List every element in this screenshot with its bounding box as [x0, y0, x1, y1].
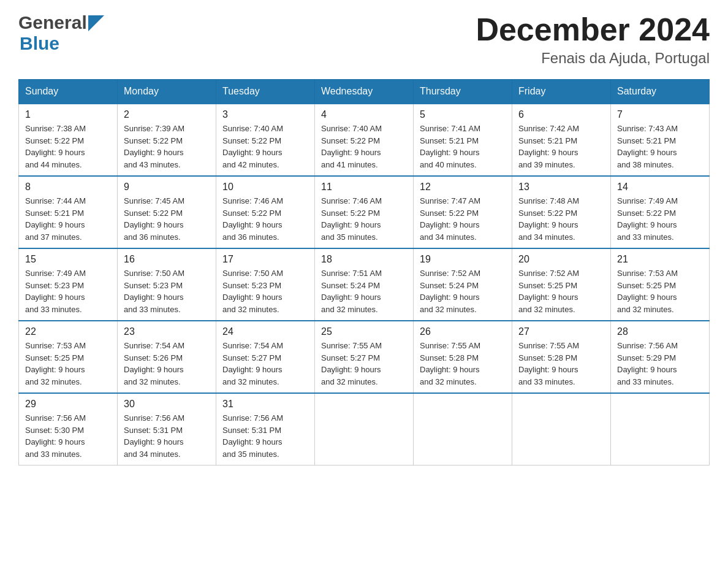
- day-info: Sunrise: 7:47 AMSunset: 5:22 PMDaylight:…: [420, 195, 506, 243]
- day-number: 2: [124, 109, 210, 120]
- calendar-cell: 6Sunrise: 7:42 AMSunset: 5:21 PMDaylight…: [512, 104, 611, 176]
- day-info: Sunrise: 7:41 AMSunset: 5:21 PMDaylight:…: [420, 123, 506, 170]
- calendar-cell: [611, 393, 710, 465]
- day-number: 13: [518, 182, 604, 193]
- calendar-cell: 26Sunrise: 7:55 AMSunset: 5:28 PMDayligh…: [414, 321, 512, 393]
- day-info: Sunrise: 7:50 AMSunset: 5:23 PMDaylight:…: [124, 267, 210, 315]
- day-number: 9: [124, 182, 210, 193]
- day-info: Sunrise: 7:46 AMSunset: 5:22 PMDaylight:…: [222, 195, 308, 243]
- day-number: 26: [420, 326, 506, 337]
- day-info: Sunrise: 7:56 AMSunset: 5:29 PMDaylight:…: [617, 340, 703, 388]
- calendar-week-2: 8Sunrise: 7:44 AMSunset: 5:21 PMDaylight…: [19, 176, 710, 248]
- day-number: 16: [124, 254, 210, 265]
- day-number: 8: [25, 182, 111, 193]
- day-info: Sunrise: 7:40 AMSunset: 5:22 PMDaylight:…: [321, 123, 407, 170]
- day-number: 3: [222, 109, 308, 120]
- day-info: Sunrise: 7:54 AMSunset: 5:26 PMDaylight:…: [124, 340, 210, 388]
- calendar-cell: 19Sunrise: 7:52 AMSunset: 5:24 PMDayligh…: [414, 248, 512, 321]
- day-header-friday: Friday: [512, 80, 611, 104]
- calendar-cell: 29Sunrise: 7:56 AMSunset: 5:30 PMDayligh…: [19, 393, 118, 465]
- day-info: Sunrise: 7:44 AMSunset: 5:21 PMDaylight:…: [25, 195, 111, 243]
- calendar-cell: 9Sunrise: 7:45 AMSunset: 5:22 PMDaylight…: [118, 176, 216, 248]
- day-info: Sunrise: 7:50 AMSunset: 5:23 PMDaylight:…: [222, 267, 308, 315]
- day-number: 6: [518, 109, 604, 120]
- logo-blue-text: Blue: [20, 33, 59, 53]
- day-info: Sunrise: 7:55 AMSunset: 5:28 PMDaylight:…: [518, 340, 604, 388]
- svg-marker-0: [88, 15, 104, 31]
- day-number: 20: [518, 254, 604, 265]
- day-info: Sunrise: 7:56 AMSunset: 5:31 PMDaylight:…: [222, 412, 308, 460]
- day-number: 18: [321, 254, 407, 265]
- day-info: Sunrise: 7:39 AMSunset: 5:22 PMDaylight:…: [124, 123, 210, 170]
- calendar-week-5: 29Sunrise: 7:56 AMSunset: 5:30 PMDayligh…: [19, 393, 710, 465]
- day-number: 24: [222, 326, 308, 337]
- day-number: 22: [25, 326, 111, 337]
- calendar-cell: 18Sunrise: 7:51 AMSunset: 5:24 PMDayligh…: [315, 248, 414, 321]
- title-block: December 2024 Fenais da Ajuda, Portugal: [476, 12, 710, 67]
- calendar-cell: 5Sunrise: 7:41 AMSunset: 5:21 PMDaylight…: [414, 104, 512, 176]
- day-number: 4: [321, 109, 407, 120]
- day-info: Sunrise: 7:40 AMSunset: 5:22 PMDaylight:…: [222, 123, 308, 170]
- calendar-cell: 21Sunrise: 7:53 AMSunset: 5:25 PMDayligh…: [611, 248, 710, 321]
- day-info: Sunrise: 7:49 AMSunset: 5:22 PMDaylight:…: [617, 195, 703, 243]
- day-number: 31: [222, 399, 308, 410]
- page-header: General Blue December 2024 Fenais da Aju…: [18, 12, 710, 67]
- location-title: Fenais da Ajuda, Portugal: [476, 50, 710, 67]
- calendar-cell: 16Sunrise: 7:50 AMSunset: 5:23 PMDayligh…: [118, 248, 216, 321]
- day-info: Sunrise: 7:55 AMSunset: 5:28 PMDaylight:…: [420, 340, 506, 388]
- day-info: Sunrise: 7:43 AMSunset: 5:21 PMDaylight:…: [617, 123, 703, 170]
- calendar-cell: 17Sunrise: 7:50 AMSunset: 5:23 PMDayligh…: [216, 248, 315, 321]
- calendar-week-4: 22Sunrise: 7:53 AMSunset: 5:25 PMDayligh…: [19, 321, 710, 393]
- day-number: 21: [617, 254, 703, 265]
- day-info: Sunrise: 7:51 AMSunset: 5:24 PMDaylight:…: [321, 267, 407, 315]
- calendar-cell: 1Sunrise: 7:38 AMSunset: 5:22 PMDaylight…: [19, 104, 118, 176]
- day-header-monday: Monday: [118, 80, 216, 104]
- day-info: Sunrise: 7:53 AMSunset: 5:25 PMDaylight:…: [617, 267, 703, 315]
- day-header-tuesday: Tuesday: [216, 80, 315, 104]
- calendar-cell: [315, 393, 414, 465]
- day-info: Sunrise: 7:46 AMSunset: 5:22 PMDaylight:…: [321, 195, 407, 243]
- day-number: 28: [617, 326, 703, 337]
- day-info: Sunrise: 7:48 AMSunset: 5:22 PMDaylight:…: [518, 195, 604, 243]
- calendar-cell: 8Sunrise: 7:44 AMSunset: 5:21 PMDaylight…: [19, 176, 118, 248]
- calendar-week-1: 1Sunrise: 7:38 AMSunset: 5:22 PMDaylight…: [19, 104, 710, 176]
- day-header-wednesday: Wednesday: [315, 80, 414, 104]
- logo: General Blue: [18, 12, 104, 54]
- day-number: 27: [518, 326, 604, 337]
- day-number: 15: [25, 254, 111, 265]
- day-info: Sunrise: 7:54 AMSunset: 5:27 PMDaylight:…: [222, 340, 308, 388]
- day-info: Sunrise: 7:42 AMSunset: 5:21 PMDaylight:…: [518, 123, 604, 170]
- calendar-cell: 15Sunrise: 7:49 AMSunset: 5:23 PMDayligh…: [19, 248, 118, 321]
- day-number: 19: [420, 254, 506, 265]
- day-info: Sunrise: 7:52 AMSunset: 5:25 PMDaylight:…: [518, 267, 604, 315]
- day-info: Sunrise: 7:52 AMSunset: 5:24 PMDaylight:…: [420, 267, 506, 315]
- calendar-cell: 13Sunrise: 7:48 AMSunset: 5:22 PMDayligh…: [512, 176, 611, 248]
- day-number: 17: [222, 254, 308, 265]
- calendar-cell: [512, 393, 611, 465]
- day-number: 11: [321, 182, 407, 193]
- day-header-saturday: Saturday: [611, 80, 710, 104]
- day-number: 14: [617, 182, 703, 193]
- calendar-cell: [414, 393, 512, 465]
- day-number: 29: [25, 399, 111, 410]
- day-number: 23: [124, 326, 210, 337]
- day-header-thursday: Thursday: [414, 80, 512, 104]
- calendar-cell: 20Sunrise: 7:52 AMSunset: 5:25 PMDayligh…: [512, 248, 611, 321]
- calendar-cell: 28Sunrise: 7:56 AMSunset: 5:29 PMDayligh…: [611, 321, 710, 393]
- day-number: 30: [124, 399, 210, 410]
- day-info: Sunrise: 7:38 AMSunset: 5:22 PMDaylight:…: [25, 123, 111, 170]
- day-info: Sunrise: 7:53 AMSunset: 5:25 PMDaylight:…: [25, 340, 111, 388]
- day-info: Sunrise: 7:55 AMSunset: 5:27 PMDaylight:…: [321, 340, 407, 388]
- calendar-cell: 22Sunrise: 7:53 AMSunset: 5:25 PMDayligh…: [19, 321, 118, 393]
- calendar-cell: 30Sunrise: 7:56 AMSunset: 5:31 PMDayligh…: [118, 393, 216, 465]
- calendar-cell: 10Sunrise: 7:46 AMSunset: 5:22 PMDayligh…: [216, 176, 315, 248]
- day-info: Sunrise: 7:45 AMSunset: 5:22 PMDaylight:…: [124, 195, 210, 243]
- calendar-cell: 23Sunrise: 7:54 AMSunset: 5:26 PMDayligh…: [118, 321, 216, 393]
- calendar-table: SundayMondayTuesdayWednesdayThursdayFrid…: [18, 79, 710, 465]
- day-info: Sunrise: 7:56 AMSunset: 5:31 PMDaylight:…: [124, 412, 210, 460]
- day-number: 5: [420, 109, 506, 120]
- day-number: 25: [321, 326, 407, 337]
- calendar-cell: 27Sunrise: 7:55 AMSunset: 5:28 PMDayligh…: [512, 321, 611, 393]
- calendar-cell: 4Sunrise: 7:40 AMSunset: 5:22 PMDaylight…: [315, 104, 414, 176]
- calendar-cell: 24Sunrise: 7:54 AMSunset: 5:27 PMDayligh…: [216, 321, 315, 393]
